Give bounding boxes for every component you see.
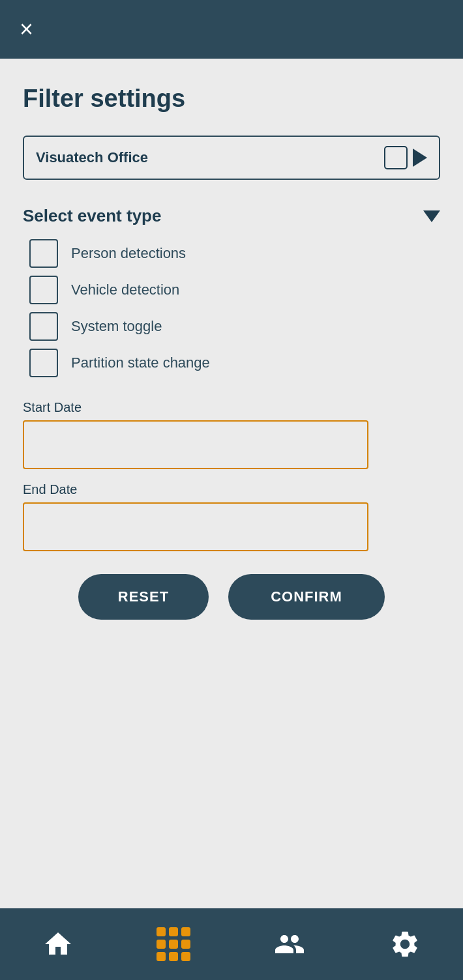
gear-icon: [389, 929, 421, 960]
reset-button[interactable]: RESET: [78, 574, 209, 620]
top-bar: ×: [0, 0, 463, 59]
checkbox-system-toggle[interactable]: System toggle: [29, 312, 440, 341]
site-selector-icons: [384, 146, 427, 169]
checkbox-label-vehicle: Vehicle detection: [71, 281, 179, 298]
start-date-section: Start Date: [23, 400, 440, 469]
checkbox-vehicle-detection[interactable]: Vehicle detection: [29, 276, 440, 304]
end-date-section: End Date: [23, 482, 440, 551]
checkbox-box-person[interactable]: [29, 239, 58, 268]
event-type-title: Select event type: [23, 206, 161, 226]
main-content: Filter settings Visuatech Office Select …: [0, 59, 463, 908]
confirm-button[interactable]: CONFIRM: [228, 574, 385, 620]
square-icon: [384, 146, 408, 169]
start-date-input[interactable]: [23, 420, 368, 469]
chevron-down-icon[interactable]: [423, 210, 440, 222]
site-name: Visuatech Office: [36, 149, 148, 166]
end-date-label: End Date: [23, 482, 440, 497]
event-type-header: Select event type: [23, 206, 440, 226]
home-icon: [42, 929, 74, 960]
checkbox-list: Person detections Vehicle detection Syst…: [23, 239, 440, 377]
nav-settings[interactable]: [379, 918, 431, 970]
button-row: RESET CONFIRM: [23, 574, 440, 620]
bottom-nav: [0, 908, 463, 980]
start-date-label: Start Date: [23, 400, 440, 415]
nav-people[interactable]: [263, 918, 316, 970]
end-date-input[interactable]: [23, 502, 368, 551]
close-button[interactable]: ×: [20, 18, 33, 41]
page-title: Filter settings: [23, 85, 440, 113]
grid-icon: [157, 927, 190, 961]
nav-home[interactable]: [32, 918, 84, 970]
nav-grid[interactable]: [147, 918, 200, 970]
checkbox-label-system: System toggle: [71, 318, 162, 335]
people-icon: [273, 929, 306, 960]
checkbox-box-partition[interactable]: [29, 349, 58, 377]
checkbox-label-person: Person detections: [71, 245, 186, 262]
checkbox-box-vehicle[interactable]: [29, 276, 58, 304]
checkbox-box-system[interactable]: [29, 312, 58, 341]
play-icon: [413, 149, 427, 167]
checkbox-label-partition: Partition state change: [71, 354, 210, 371]
site-selector[interactable]: Visuatech Office: [23, 136, 440, 180]
checkbox-partition-state[interactable]: Partition state change: [29, 349, 440, 377]
checkbox-person-detections[interactable]: Person detections: [29, 239, 440, 268]
